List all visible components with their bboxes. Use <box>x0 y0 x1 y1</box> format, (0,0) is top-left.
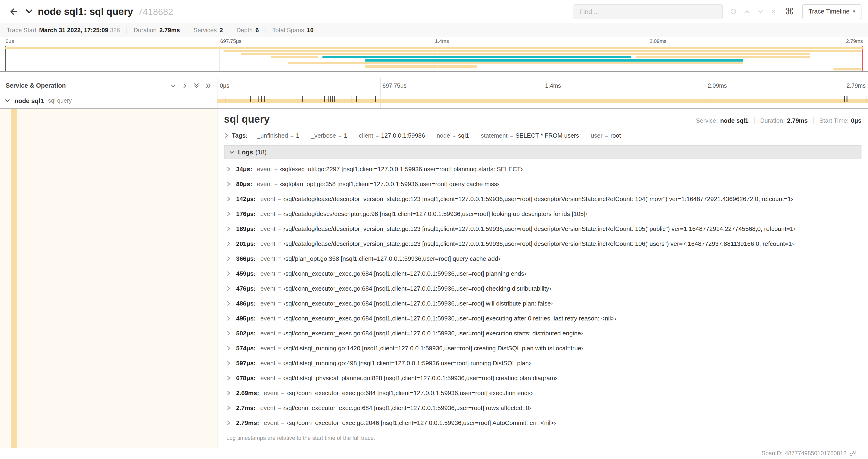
span-meta-item: Service:node sql1 <box>690 117 754 124</box>
trace-title-collapse-toggle[interactable] <box>25 7 33 15</box>
chevron-up-icon <box>744 9 750 14</box>
trace-stat: Trace StartMarch 31 2022, 17:25:09.326 <box>6 27 127 34</box>
span-row[interactable]: node sql1 sql query <box>0 93 868 109</box>
expand-collapse-controls <box>170 83 211 89</box>
focus-matches-button[interactable] <box>730 8 736 14</box>
log-marker-tick <box>844 96 845 102</box>
log-row[interactable]: 597μs:event=‹sql/distsql_running.go:498 … <box>226 355 862 370</box>
chevron-right-icon <box>226 286 236 291</box>
log-row[interactable]: 678μs:event=‹sql/distsql_physical_planne… <box>226 370 862 385</box>
tag-key: statement <box>481 132 507 139</box>
log-row[interactable]: 486μs:event=‹sql/conn_executor_exec.go:6… <box>226 296 862 311</box>
chevron-right-icon <box>226 301 236 306</box>
log-row[interactable]: 201μs:event=‹sql/catalog/lease/descripto… <box>226 236 862 251</box>
expand-one-button[interactable] <box>182 83 188 88</box>
stat-value: March 31 2022, 17:25:09 <box>39 27 108 34</box>
log-row[interactable]: 495μs:event=‹sql/conn_executor_exec.go:6… <box>226 311 862 326</box>
log-row[interactable]: 476μs:event=‹sql/conn_executor_exec.go:6… <box>226 281 862 296</box>
deep-link-button[interactable] <box>849 450 856 457</box>
clear-search-button[interactable]: × <box>771 7 776 15</box>
log-marker-tick <box>328 96 329 102</box>
minimap-span-bar <box>5 47 863 49</box>
chevron-right-icon <box>226 405 236 410</box>
span-id-label: SpanID: <box>762 450 782 457</box>
stat-label: Depth <box>236 27 252 34</box>
log-row[interactable]: 80μs:event=‹sql/plan_opt.go:358 [nsql1,c… <box>226 176 862 191</box>
next-result-button[interactable] <box>757 9 763 14</box>
chevron-right-icon <box>226 181 236 186</box>
stat-label: Trace Start <box>6 27 36 34</box>
stat-value: 10 <box>307 27 314 34</box>
timeline-gridline <box>543 78 543 93</box>
span-detail-title: sql query <box>224 113 270 126</box>
span-timeline-cell[interactable] <box>217 93 868 108</box>
span-id-row: SpanID: 4877749850101760812 <box>0 448 868 459</box>
chevron-down-icon <box>25 7 33 15</box>
log-row[interactable]: 366μs:event=‹sql/plan_opt.go:358 [nsql1,… <box>226 251 862 266</box>
log-row[interactable]: 574μs:event=‹sql/distsql_running.go:1420… <box>226 340 862 355</box>
span-children-toggle[interactable] <box>5 98 10 104</box>
trace-minimap[interactable]: 0μs697.75μs1.4ms2.09ms2.79ms <box>0 37 868 72</box>
collapse-one-button[interactable] <box>170 83 176 88</box>
stat-value: 6 <box>255 27 259 34</box>
prev-result-button[interactable] <box>744 9 750 14</box>
tag-item: _unfinished=1 <box>251 132 305 139</box>
minimap-canvas[interactable] <box>5 46 863 71</box>
tag-value: root <box>611 132 621 139</box>
log-timestamp: 34μs: <box>236 165 252 172</box>
collapse-all-button[interactable] <box>194 83 199 89</box>
minimap-scrubber-right-handle[interactable] <box>862 46 863 71</box>
span-operation-name: sql query <box>48 97 72 104</box>
log-row[interactable]: 459μs:event=‹sql/conn_executor_exec.go:6… <box>226 266 862 281</box>
log-row[interactable]: 2.7ms:event=‹sql/conn_executor_exec.go:6… <box>226 400 862 415</box>
equals-sign: = <box>278 255 281 262</box>
equals-sign: = <box>278 195 281 202</box>
equals-sign: = <box>290 132 293 139</box>
chevron-down-icon <box>757 9 763 14</box>
minimap-span-bar <box>833 68 862 71</box>
expand-all-button[interactable] <box>205 83 211 88</box>
trace-stat: Depth6 <box>230 27 266 34</box>
equals-sign: = <box>510 132 513 139</box>
log-row[interactable]: 189μs:event=‹sql/catalog/lease/descripto… <box>226 221 862 236</box>
service-operation-header: Service & Operation <box>0 78 217 93</box>
find-input[interactable] <box>579 7 717 15</box>
log-row[interactable]: 176μs:event=‹sql/catalog/descs/descripto… <box>226 206 862 221</box>
log-row[interactable]: 502μs:event=‹sql/conn_executor_exec.go:6… <box>226 326 862 340</box>
stat-label: Total Spans <box>272 27 304 34</box>
log-row[interactable]: 2.79ms:event=‹sql/conn_executor_exec.go:… <box>226 415 862 430</box>
equals-sign: = <box>605 132 608 139</box>
span-detail-meta: Service:node sql1Duration:2.79msStart Ti… <box>690 117 862 124</box>
span-meta-item: Start Time:0μs <box>814 117 862 124</box>
log-timestamp: 2.7ms: <box>236 404 256 411</box>
minimap-tick-label: 2.79ms <box>846 38 863 44</box>
span-duration-bar[interactable] <box>217 99 868 103</box>
minimap-tick-label: 1.4ms <box>435 38 449 44</box>
equals-sign: = <box>281 419 284 426</box>
log-timestamp: 574μs: <box>236 345 256 352</box>
span-name-column[interactable]: node sql1 sql query <box>0 93 217 108</box>
tags-accordion[interactable]: Tags: _unfinished=1_verbose=1client=127.… <box>224 132 862 139</box>
log-timestamp: 80μs: <box>236 180 252 187</box>
equals-sign: = <box>278 270 281 276</box>
chevron-right-icon <box>226 241 236 246</box>
top-bar: node sql1: sql query 7418682 × ⌘ <box>0 0 868 23</box>
log-field-value: ‹sql/conn_executor_exec.go:684 [nsql1,cl… <box>283 300 553 307</box>
log-row[interactable]: 2.69ms:event=‹sql/conn_executor_exec.go:… <box>226 385 862 400</box>
tag-item: client=127.0.0.1:59936 <box>353 132 431 139</box>
minimap-scrubber-left-handle[interactable] <box>5 46 6 71</box>
keyboard-shortcuts-button[interactable]: ⌘ <box>785 7 794 16</box>
log-marker-tick <box>250 96 251 102</box>
minimap-tick-label: 2.09ms <box>650 38 666 44</box>
back-button[interactable] <box>6 3 21 19</box>
log-field-key: event <box>264 419 279 426</box>
log-row[interactable]: 142μs:event=‹sql/catalog/lease/descripto… <box>226 191 862 206</box>
log-row[interactable]: 34μs:event=‹sql/exec_util.go:2297 [nsql1… <box>226 161 862 176</box>
trace-stat: Total Spans10 <box>266 27 320 34</box>
view-options-dropdown[interactable]: Trace Timeline ▾ <box>802 4 862 19</box>
logs-footnote: Log timestamps are relative to the start… <box>226 435 862 441</box>
logs-accordion-header[interactable]: Logs (18) <box>224 145 862 159</box>
log-field-key: event <box>260 225 276 232</box>
log-field-key: event <box>260 404 276 411</box>
log-field-key: event <box>260 210 276 217</box>
